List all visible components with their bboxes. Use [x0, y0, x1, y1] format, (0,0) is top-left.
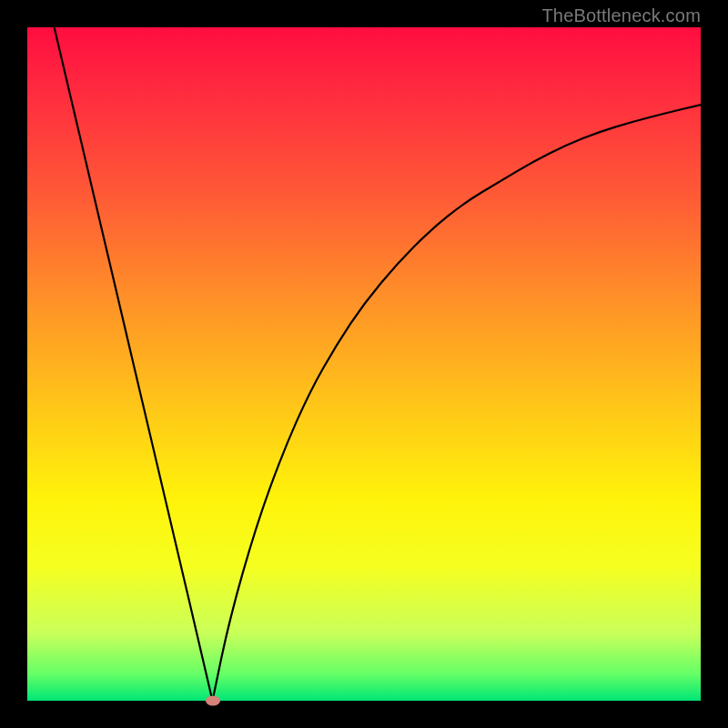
watermark-text: TheBottleneck.com	[541, 5, 701, 26]
curve-right-branch	[213, 105, 702, 701]
bottleneck-curve	[27, 27, 701, 701]
minimum-marker	[206, 696, 220, 706]
curve-left-branch	[55, 27, 213, 701]
plot-area	[27, 27, 701, 701]
chart-frame: TheBottleneck.com	[0, 0, 728, 728]
